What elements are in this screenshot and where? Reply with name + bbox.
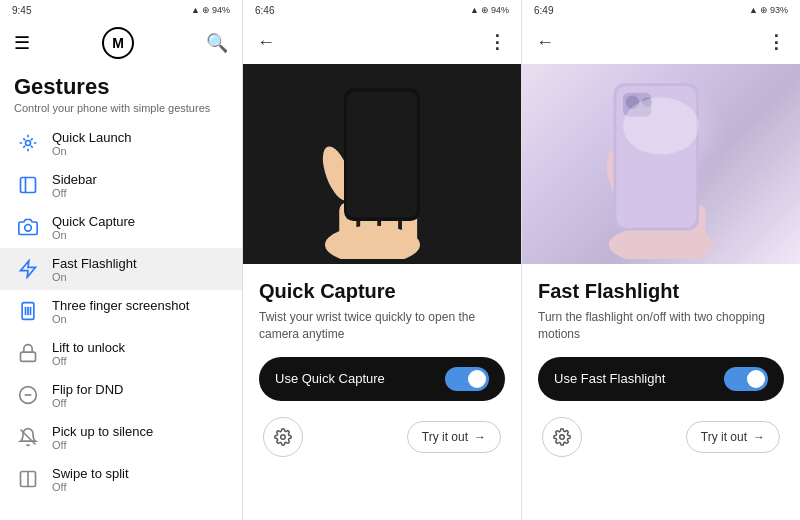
time-2: 6:46 <box>255 5 274 16</box>
more-button-3[interactable]: ⋮ <box>767 31 786 53</box>
fast-flashlight-content: Fast Flashlight Turn the flashlight on/o… <box>522 264 800 520</box>
quick-capture-description: Twist your wrist twice quickly to open t… <box>259 309 505 343</box>
svg-rect-1 <box>21 178 36 193</box>
silence-icon <box>14 423 42 451</box>
toolbar-3: ← ⋮ <box>522 20 800 64</box>
svg-point-36 <box>623 98 699 155</box>
dnd-icon <box>14 381 42 409</box>
signal-icon-3: ⊕ <box>760 5 768 15</box>
back-button-2[interactable]: ← <box>257 32 275 53</box>
flashlight-hand-svg <box>581 69 741 259</box>
quick-capture-panel: 6:46 ▲ ⊕ 94% ← ⋮ Quick Capture Twist y <box>243 0 522 520</box>
settings-button-3[interactable] <box>542 417 582 457</box>
battery-1: 94% <box>212 5 230 15</box>
quick-capture-toggle[interactable] <box>445 367 489 391</box>
gesture-text-fast-flashlight: Fast Flashlight On <box>52 256 137 283</box>
arrow-icon-3: → <box>753 430 765 444</box>
quick-capture-actions: Try it out → <box>259 413 505 461</box>
gestures-title: Gestures <box>14 74 228 100</box>
svg-rect-22 <box>347 92 417 217</box>
quick-capture-toggle-row: Use Quick Capture <box>259 357 505 401</box>
svg-point-37 <box>560 434 565 439</box>
wifi-icon-2: ▲ <box>470 5 479 15</box>
toolbar-1: ☰ M 🔍 <box>0 20 242 66</box>
fast-flashlight-toggle-label: Use Fast Flashlight <box>554 371 665 386</box>
quick-capture-image <box>243 64 521 264</box>
try-it-out-button-3[interactable]: Try it out → <box>686 421 780 453</box>
lock-icon <box>14 339 42 367</box>
gesture-text-sidebar: Sidebar Off <box>52 172 97 199</box>
time-3: 6:49 <box>534 5 553 16</box>
svg-point-23 <box>281 434 286 439</box>
gesture-item-lift-unlock[interactable]: Lift to unlock Off <box>0 332 242 374</box>
gestures-header: Gestures Control your phone with simple … <box>0 66 242 118</box>
svg-point-0 <box>26 141 31 146</box>
try-label-3: Try it out <box>701 430 747 444</box>
signal-icon-2: ⊕ <box>481 5 489 15</box>
phone-hand-svg <box>317 69 447 259</box>
gesture-item-quick-capture[interactable]: Quick Capture On <box>0 206 242 248</box>
gesture-item-fast-flashlight[interactable]: Fast Flashlight On <box>0 248 242 290</box>
screenshot-icon <box>14 297 42 325</box>
camera-icon <box>14 213 42 241</box>
fast-flashlight-image <box>522 64 800 264</box>
gesture-text-pickup-silence: Pick up to silence Off <box>52 424 153 451</box>
gesture-item-three-finger-screenshot[interactable]: Three finger screenshot On <box>0 290 242 332</box>
arrow-icon-2: → <box>474 430 486 444</box>
hamburger-icon[interactable]: ☰ <box>14 32 30 54</box>
wifi-icon: ▲ <box>191 5 200 15</box>
battery-2: 94% <box>491 5 509 15</box>
gesture-text-swipe-split: Swipe to split Off <box>52 466 129 493</box>
gesture-text-quick-capture: Quick Capture On <box>52 214 135 241</box>
battery-3: 93% <box>770 5 788 15</box>
flashlight-icon <box>14 255 42 283</box>
gestures-panel: 9:45 ▲ ⊕ 94% ☰ M 🔍 Gestures Control your… <box>0 0 243 520</box>
split-icon <box>14 465 42 493</box>
quick-launch-icon <box>14 129 42 157</box>
fast-flashlight-description: Turn the flashlight on/off with two chop… <box>538 309 784 343</box>
status-bar-1: 9:45 ▲ ⊕ 94% <box>0 0 242 20</box>
gesture-item-pickup-silence[interactable]: Pick up to silence Off <box>0 416 242 458</box>
sidebar-icon <box>14 171 42 199</box>
gesture-text-lift-unlock: Lift to unlock Off <box>52 340 125 367</box>
status-bar-3: 6:49 ▲ ⊕ 93% <box>522 0 800 20</box>
gesture-list: Quick Launch On Sidebar Off <box>0 118 242 520</box>
status-icons-1: ▲ ⊕ 94% <box>191 5 230 15</box>
gesture-text-three-finger: Three finger screenshot On <box>52 298 189 325</box>
quick-capture-toggle-label: Use Quick Capture <box>275 371 385 386</box>
gesture-text-quick-launch: Quick Launch On <box>52 130 132 157</box>
toolbar-2: ← ⋮ <box>243 20 521 64</box>
svg-rect-9 <box>21 353 36 362</box>
time-1: 9:45 <box>12 5 31 16</box>
fast-flashlight-toggle[interactable] <box>724 367 768 391</box>
more-button-2[interactable]: ⋮ <box>488 31 507 53</box>
status-icons-3: ▲ ⊕ 93% <box>749 5 788 15</box>
gesture-item-flip-dnd[interactable]: Flip for DND Off <box>0 374 242 416</box>
status-bar-2: 6:46 ▲ ⊕ 94% <box>243 0 521 20</box>
motorola-logo: M <box>102 27 134 59</box>
svg-point-3 <box>25 225 32 232</box>
fast-flashlight-actions: Try it out → <box>538 413 784 461</box>
settings-button-2[interactable] <box>263 417 303 457</box>
wifi-icon-3: ▲ <box>749 5 758 15</box>
back-button-3[interactable]: ← <box>536 32 554 53</box>
quick-capture-title: Quick Capture <box>259 280 505 303</box>
fast-flashlight-panel: 6:49 ▲ ⊕ 93% ← ⋮ <box>522 0 800 520</box>
signal-icon: ⊕ <box>202 5 210 15</box>
gesture-text-flip-dnd: Flip for DND Off <box>52 382 124 409</box>
quick-capture-content: Quick Capture Twist your wrist twice qui… <box>243 264 521 520</box>
fast-flashlight-title: Fast Flashlight <box>538 280 784 303</box>
status-icons-2: ▲ ⊕ 94% <box>470 5 509 15</box>
try-it-out-button-2[interactable]: Try it out → <box>407 421 501 453</box>
gesture-item-quick-launch[interactable]: Quick Launch On <box>0 122 242 164</box>
gesture-item-sidebar[interactable]: Sidebar Off <box>0 164 242 206</box>
gestures-subtitle: Control your phone with simple gestures <box>14 102 228 114</box>
try-label-2: Try it out <box>422 430 468 444</box>
fast-flashlight-toggle-row: Use Fast Flashlight <box>538 357 784 401</box>
svg-marker-4 <box>21 261 36 278</box>
search-icon[interactable]: 🔍 <box>206 32 228 54</box>
gesture-item-swipe-split[interactable]: Swipe to split Off <box>0 458 242 500</box>
